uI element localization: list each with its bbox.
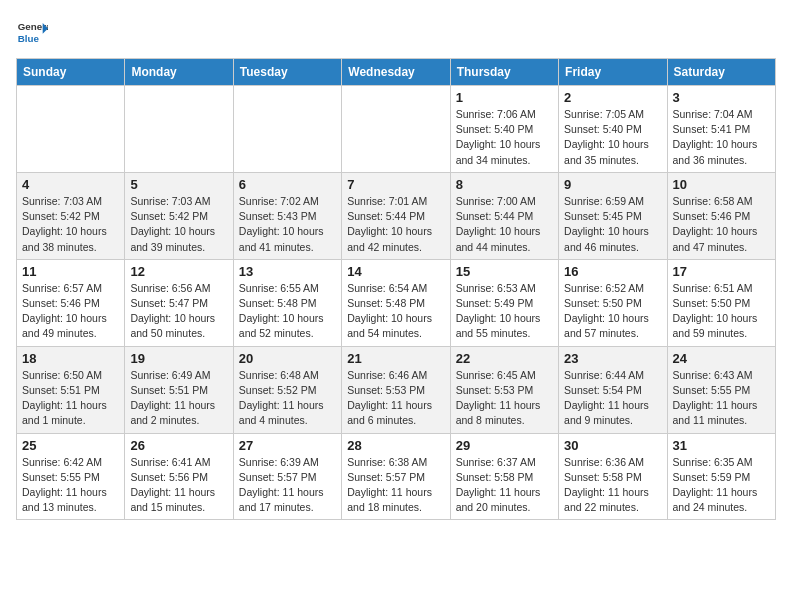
day-info: Sunrise: 6:58 AM Sunset: 5:46 PM Dayligh… [673,194,770,255]
day-number: 5 [130,177,227,192]
day-info: Sunrise: 6:41 AM Sunset: 5:56 PM Dayligh… [130,455,227,516]
day-cell [17,86,125,173]
day-number: 16 [564,264,661,279]
day-number: 2 [564,90,661,105]
day-cell: 17Sunrise: 6:51 AM Sunset: 5:50 PM Dayli… [667,259,775,346]
day-cell: 30Sunrise: 6:36 AM Sunset: 5:58 PM Dayli… [559,433,667,520]
weekday-header-monday: Monday [125,59,233,86]
day-info: Sunrise: 6:36 AM Sunset: 5:58 PM Dayligh… [564,455,661,516]
day-info: Sunrise: 6:49 AM Sunset: 5:51 PM Dayligh… [130,368,227,429]
day-cell: 28Sunrise: 6:38 AM Sunset: 5:57 PM Dayli… [342,433,450,520]
day-number: 21 [347,351,444,366]
day-number: 6 [239,177,336,192]
day-cell: 8Sunrise: 7:00 AM Sunset: 5:44 PM Daylig… [450,172,558,259]
day-cell: 31Sunrise: 6:35 AM Sunset: 5:59 PM Dayli… [667,433,775,520]
day-cell: 1Sunrise: 7:06 AM Sunset: 5:40 PM Daylig… [450,86,558,173]
weekday-header-wednesday: Wednesday [342,59,450,86]
day-cell: 15Sunrise: 6:53 AM Sunset: 5:49 PM Dayli… [450,259,558,346]
day-number: 26 [130,438,227,453]
day-info: Sunrise: 6:46 AM Sunset: 5:53 PM Dayligh… [347,368,444,429]
svg-text:Blue: Blue [18,33,40,44]
day-info: Sunrise: 6:53 AM Sunset: 5:49 PM Dayligh… [456,281,553,342]
day-cell: 18Sunrise: 6:50 AM Sunset: 5:51 PM Dayli… [17,346,125,433]
day-info: Sunrise: 6:50 AM Sunset: 5:51 PM Dayligh… [22,368,119,429]
day-cell: 10Sunrise: 6:58 AM Sunset: 5:46 PM Dayli… [667,172,775,259]
day-info: Sunrise: 6:35 AM Sunset: 5:59 PM Dayligh… [673,455,770,516]
day-info: Sunrise: 6:55 AM Sunset: 5:48 PM Dayligh… [239,281,336,342]
day-number: 30 [564,438,661,453]
calendar-table: SundayMondayTuesdayWednesdayThursdayFrid… [16,58,776,520]
day-cell: 27Sunrise: 6:39 AM Sunset: 5:57 PM Dayli… [233,433,341,520]
day-number: 31 [673,438,770,453]
day-cell: 29Sunrise: 6:37 AM Sunset: 5:58 PM Dayli… [450,433,558,520]
week-row-5: 25Sunrise: 6:42 AM Sunset: 5:55 PM Dayli… [17,433,776,520]
day-cell: 3Sunrise: 7:04 AM Sunset: 5:41 PM Daylig… [667,86,775,173]
week-row-3: 11Sunrise: 6:57 AM Sunset: 5:46 PM Dayli… [17,259,776,346]
day-number: 17 [673,264,770,279]
day-number: 15 [456,264,553,279]
day-info: Sunrise: 6:59 AM Sunset: 5:45 PM Dayligh… [564,194,661,255]
day-info: Sunrise: 6:52 AM Sunset: 5:50 PM Dayligh… [564,281,661,342]
day-cell [233,86,341,173]
day-cell: 11Sunrise: 6:57 AM Sunset: 5:46 PM Dayli… [17,259,125,346]
week-row-4: 18Sunrise: 6:50 AM Sunset: 5:51 PM Dayli… [17,346,776,433]
day-cell: 23Sunrise: 6:44 AM Sunset: 5:54 PM Dayli… [559,346,667,433]
day-cell: 16Sunrise: 6:52 AM Sunset: 5:50 PM Dayli… [559,259,667,346]
day-number: 4 [22,177,119,192]
day-info: Sunrise: 7:02 AM Sunset: 5:43 PM Dayligh… [239,194,336,255]
day-cell: 2Sunrise: 7:05 AM Sunset: 5:40 PM Daylig… [559,86,667,173]
weekday-header-row: SundayMondayTuesdayWednesdayThursdayFrid… [17,59,776,86]
weekday-header-friday: Friday [559,59,667,86]
day-cell [125,86,233,173]
day-number: 23 [564,351,661,366]
day-number: 24 [673,351,770,366]
day-info: Sunrise: 6:56 AM Sunset: 5:47 PM Dayligh… [130,281,227,342]
day-number: 13 [239,264,336,279]
day-info: Sunrise: 6:43 AM Sunset: 5:55 PM Dayligh… [673,368,770,429]
day-info: Sunrise: 6:54 AM Sunset: 5:48 PM Dayligh… [347,281,444,342]
day-info: Sunrise: 6:38 AM Sunset: 5:57 PM Dayligh… [347,455,444,516]
day-number: 20 [239,351,336,366]
day-cell [342,86,450,173]
day-number: 10 [673,177,770,192]
day-number: 18 [22,351,119,366]
day-number: 9 [564,177,661,192]
day-cell: 22Sunrise: 6:45 AM Sunset: 5:53 PM Dayli… [450,346,558,433]
day-info: Sunrise: 6:44 AM Sunset: 5:54 PM Dayligh… [564,368,661,429]
day-cell: 9Sunrise: 6:59 AM Sunset: 5:45 PM Daylig… [559,172,667,259]
day-info: Sunrise: 6:57 AM Sunset: 5:46 PM Dayligh… [22,281,119,342]
day-cell: 12Sunrise: 6:56 AM Sunset: 5:47 PM Dayli… [125,259,233,346]
day-info: Sunrise: 7:01 AM Sunset: 5:44 PM Dayligh… [347,194,444,255]
day-number: 7 [347,177,444,192]
day-number: 12 [130,264,227,279]
day-cell: 19Sunrise: 6:49 AM Sunset: 5:51 PM Dayli… [125,346,233,433]
day-cell: 21Sunrise: 6:46 AM Sunset: 5:53 PM Dayli… [342,346,450,433]
day-info: Sunrise: 6:51 AM Sunset: 5:50 PM Dayligh… [673,281,770,342]
day-cell: 14Sunrise: 6:54 AM Sunset: 5:48 PM Dayli… [342,259,450,346]
day-number: 19 [130,351,227,366]
weekday-header-saturday: Saturday [667,59,775,86]
day-info: Sunrise: 6:45 AM Sunset: 5:53 PM Dayligh… [456,368,553,429]
day-cell: 20Sunrise: 6:48 AM Sunset: 5:52 PM Dayli… [233,346,341,433]
day-number: 27 [239,438,336,453]
day-info: Sunrise: 6:39 AM Sunset: 5:57 PM Dayligh… [239,455,336,516]
day-info: Sunrise: 6:48 AM Sunset: 5:52 PM Dayligh… [239,368,336,429]
day-cell: 24Sunrise: 6:43 AM Sunset: 5:55 PM Dayli… [667,346,775,433]
logo-icon: General Blue [16,16,48,48]
day-number: 8 [456,177,553,192]
day-number: 11 [22,264,119,279]
day-info: Sunrise: 7:03 AM Sunset: 5:42 PM Dayligh… [130,194,227,255]
day-cell: 13Sunrise: 6:55 AM Sunset: 5:48 PM Dayli… [233,259,341,346]
day-cell: 5Sunrise: 7:03 AM Sunset: 5:42 PM Daylig… [125,172,233,259]
week-row-2: 4Sunrise: 7:03 AM Sunset: 5:42 PM Daylig… [17,172,776,259]
day-info: Sunrise: 7:06 AM Sunset: 5:40 PM Dayligh… [456,107,553,168]
day-info: Sunrise: 6:37 AM Sunset: 5:58 PM Dayligh… [456,455,553,516]
week-row-1: 1Sunrise: 7:06 AM Sunset: 5:40 PM Daylig… [17,86,776,173]
day-number: 22 [456,351,553,366]
weekday-header-sunday: Sunday [17,59,125,86]
day-number: 1 [456,90,553,105]
day-info: Sunrise: 7:05 AM Sunset: 5:40 PM Dayligh… [564,107,661,168]
day-number: 28 [347,438,444,453]
day-info: Sunrise: 7:04 AM Sunset: 5:41 PM Dayligh… [673,107,770,168]
day-cell: 7Sunrise: 7:01 AM Sunset: 5:44 PM Daylig… [342,172,450,259]
